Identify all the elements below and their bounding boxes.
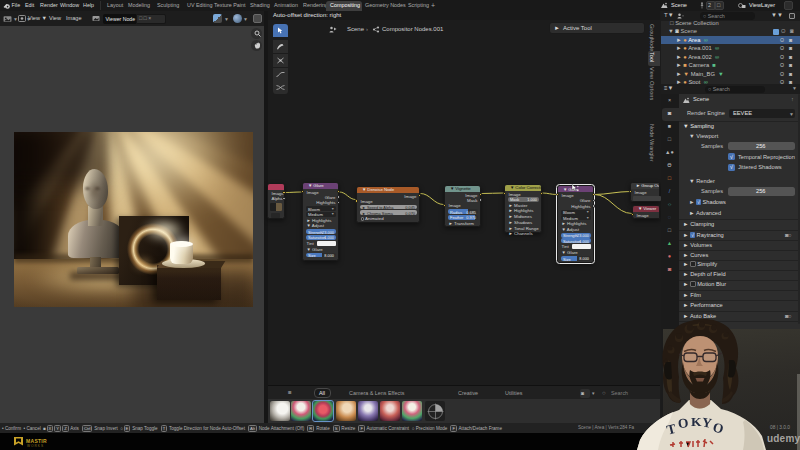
svg-text:K: K <box>691 414 702 429</box>
svg-text:O: O <box>677 415 689 431</box>
